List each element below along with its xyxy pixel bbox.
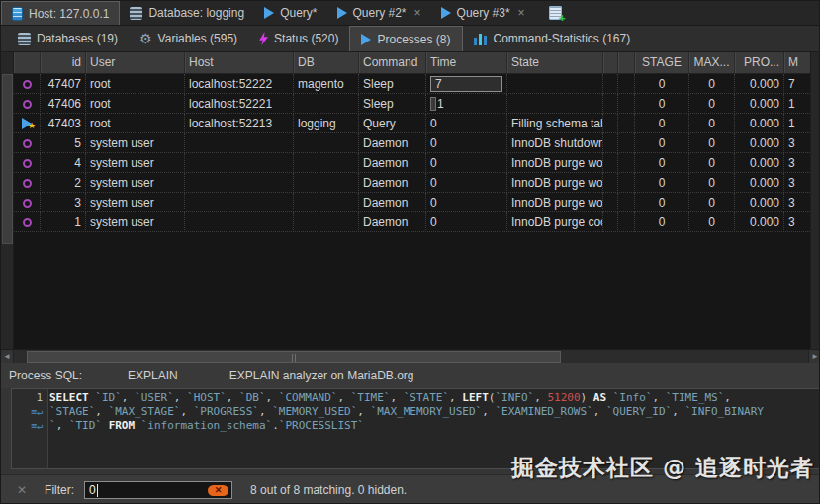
cell: Daemon [359,133,426,153]
heidisql-window: Host: 127.0.0.1Database: loggingQuery*Qu… [0,0,820,504]
cell: Sleep [359,74,426,94]
sql-token: , [259,405,272,418]
sql-editor-text[interactable]: SELECT `ID`, `USER`, `HOST`, `DB`, `COMM… [49,391,818,433]
scrollbar-grip [292,354,296,362]
sub-tab-0[interactable]: Databases (19) [7,26,129,51]
sql-line[interactable]: SELECT `ID`, `USER`, `HOST`, `DB`, `COMM… [49,391,818,405]
table-row[interactable]: 2system userDaemon0InnoDB purge wor...00… [14,173,812,193]
table-row[interactable]: ★47403rootlocalhost:52213loggingQuery0Fi… [14,114,812,133]
table-row[interactable]: 1system userDaemon0InnoDB purge coor...0… [14,212,812,232]
sql-token: `INFO_BINARY [684,405,763,418]
row-icon-cell [14,94,41,114]
cell: 1 [784,114,812,133]
clear-filter-icon[interactable]: ✕ [208,485,228,496]
header-cell-PRO...[interactable]: PRO... [735,52,784,74]
cell [294,173,359,193]
header-cell-9[interactable] [618,52,635,74]
cell: 0 [689,173,735,193]
cell: 7 [426,74,507,94]
table-row[interactable]: 47407rootlocalhost:52222magentoSleep7000… [14,74,812,94]
horizontal-scrollbar-thumb[interactable] [27,351,561,363]
play-icon [441,7,451,19]
doc-tab-1[interactable]: Database: logging [120,1,254,25]
sleep-process-icon [23,218,32,227]
sub-tab-label: Databases (19) [37,32,118,45]
header-cell-Host[interactable]: Host [185,52,294,74]
watermark: 掘金技术社区 @ 追逐时光者 [511,453,814,483]
vertical-scrollbar-left[interactable] [1,52,14,349]
sub-tab-label: Status (520) [274,32,338,45]
play-icon [337,7,347,19]
table-row[interactable]: 3system userDaemon0InnoDB purge wor...00… [14,193,812,212]
horizontal-scrollbar[interactable]: ◄ ► [1,349,820,363]
doc-tab-2[interactable]: Query* [254,1,326,25]
cell: 0 [426,173,507,193]
sql-editor-gutter: 1≡↵≡↵ [12,389,48,468]
sql-line[interactable]: `, `TID` FROM `information_schema`.`PROC… [49,419,818,433]
header-cell-Time[interactable]: Time [426,52,507,74]
header-cell-User[interactable]: User [86,52,185,74]
new-query-tab-button[interactable] [549,1,562,25]
cell [294,133,359,153]
doc-tab-4[interactable]: Query #3*× [431,1,535,25]
vertical-scrollbar-right[interactable] [810,52,819,349]
header-cell-MAX...[interactable]: MAX... [689,52,735,74]
sql-token: `INFO` [495,391,534,404]
close-filter-icon[interactable]: ✕ [17,483,27,497]
close-tab-icon[interactable]: × [518,6,525,20]
header-cell-Command[interactable]: Command [359,52,426,74]
cell: localhost:52213 [185,114,294,133]
vertical-scrollbar-thumb[interactable] [2,74,13,244]
explain-link[interactable]: EXPLAIN [128,369,178,382]
inline-cell-editor[interactable]: 7 [430,76,502,92]
doc-tab-3[interactable]: Query #2*× [327,1,431,25]
cell: 0 [689,153,735,173]
header-cell-0[interactable] [14,52,41,74]
header-cell-8[interactable] [603,52,618,74]
connection-tab-bar: Host: 127.0.0.1Database: loggingQuery*Qu… [1,1,820,26]
table-row[interactable]: 5system userDaemon0InnoDB shutdown ...00… [14,133,812,153]
header-cell-M[interactable]: M [784,52,812,74]
scroll-right-icon[interactable]: ► [808,350,820,364]
sql-token: `MAX_STAGE` [109,405,181,418]
doc-tab-label: Database: logging [148,6,244,20]
table-row[interactable]: 47406rootlocalhost:52221Sleep1000.0001 [14,94,812,114]
header-cell-STAGE[interactable]: STAGE [635,52,689,74]
header-cell-State[interactable]: State [507,52,603,74]
table-row[interactable]: 4system userDaemon0InnoDB purge wor...00… [14,153,812,173]
cell [185,193,294,212]
cell [185,173,294,193]
cell: system user [86,133,185,153]
scroll-left-icon[interactable]: ◄ [1,350,14,364]
barchart-icon [474,33,488,45]
sql-token: `information_schema` [141,419,272,432]
header-cell-id[interactable]: id [41,52,86,74]
sql-token: , [449,391,462,404]
cell: 3 [784,153,812,173]
cell [603,212,618,232]
header-cell-DB[interactable]: DB [294,52,359,74]
cell [603,153,618,173]
cell: system user [86,153,185,173]
sql-line[interactable]: `STAGE`, `MAX_STAGE`, `PROGRESS`, `MEMOR… [49,405,818,419]
cell: 0 [635,193,689,212]
server-icon [12,7,23,21]
sleep-process-icon [23,179,32,188]
cell: InnoDB purge coor... [507,212,603,232]
cell: system user [86,212,185,232]
close-tab-icon[interactable]: × [414,6,421,20]
sub-tab-4[interactable]: Command-Statistics (167) [463,26,642,51]
filter-input[interactable]: 0 ✕ [84,481,232,499]
cell: localhost:52221 [185,94,294,114]
sub-tab-3[interactable]: Processes (8) [349,26,462,51]
cell: Daemon [359,193,426,212]
doc-tab-0[interactable]: Host: 127.0.0.1 [1,1,120,25]
line-wrap-icon: ≡↵ [12,405,47,419]
cell: 1 [784,94,812,114]
sub-tab-2[interactable]: Status (520) [248,26,349,51]
sql-token: `STATE` [404,391,449,404]
explain-analyzer-link[interactable]: EXPLAIN analyzer on MariaDB.org [229,369,414,382]
cell: 3 [784,133,812,153]
sleep-process-icon [23,139,32,148]
sub-tab-1[interactable]: ⚙Variables (595) [129,26,248,51]
